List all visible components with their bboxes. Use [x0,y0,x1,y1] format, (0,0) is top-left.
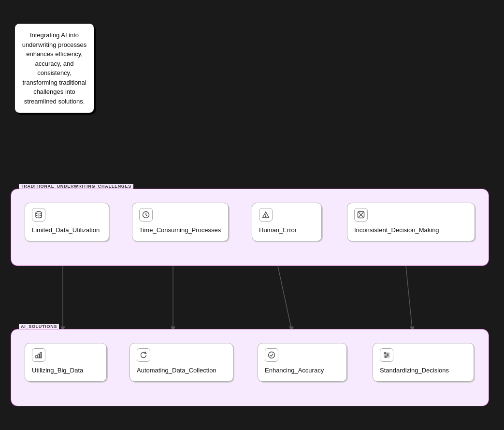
refresh-icon [137,348,150,362]
challenge-1-label: Limited_Data_Utilization [32,226,100,234]
svg-rect-17 [38,354,40,358]
solution-2-label: Automating_Data_Collection [137,367,216,374]
triangle-icon [259,208,273,222]
svg-point-23 [385,353,386,354]
svg-point-24 [387,355,389,356]
svg-point-19 [269,352,275,358]
db-icon [32,208,45,222]
solution-4-label: Standardizing_Decisions [380,367,449,374]
clock-icon [139,208,153,222]
solutions-group: AI_SOLUTIONS Utilizing_Big_Data Automati… [11,329,489,406]
bar-chart-icon [32,348,45,362]
challenge-node-1: Limited_Data_Utilization [25,203,109,241]
challenge-3-label: Human_Error [259,226,297,234]
challenge-node-4: Inconsistent_Decision_Making [347,203,475,241]
sliders-icon [380,348,393,362]
svg-point-25 [385,356,387,358]
challenge-4-label: Inconsistent_Decision_Making [354,226,439,234]
challenge-node-2: Time_Consuming_Processes [132,203,229,241]
svg-rect-18 [40,353,42,358]
svg-line-2 [278,266,291,329]
solution-node-4: Standardizing_Decisions [373,343,474,382]
solution-node-3: Enhancing_Accuracy [258,343,347,382]
intro-text: Integrating AI into underwriting process… [22,31,87,105]
challenge-node-3: Human_Error [252,203,322,241]
svg-point-8 [36,212,42,214]
svg-line-3 [406,266,412,329]
solution-1-label: Utilizing_Big_Data [32,367,83,374]
solution-node-2: Automating_Data_Collection [130,343,233,382]
canvas: Integrating AI into underwriting process… [0,0,504,430]
solution-3-label: Enhancing_Accuracy [265,367,324,374]
scatter-icon [354,208,368,222]
solution-node-1: Utilizing_Big_Data [25,343,107,382]
svg-rect-16 [36,356,37,358]
check-circle-icon [265,348,278,362]
challenges-label: TRADITIONAL_UNDERWRITING_CHALLENGES [19,184,133,189]
intro-card: Integrating AI into underwriting process… [14,23,94,113]
challenge-2-label: Time_Consuming_Processes [139,226,221,234]
challenges-group: TRADITIONAL_UNDERWRITING_CHALLENGES Limi… [11,189,489,266]
svg-point-12 [265,216,266,217]
solutions-label: AI_SOLUTIONS [19,324,59,329]
